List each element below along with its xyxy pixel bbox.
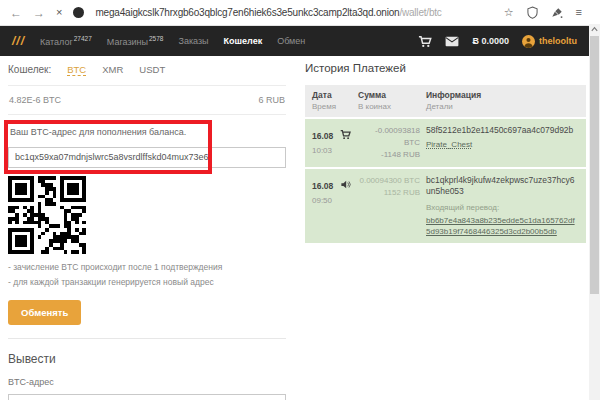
scroll-up-icon[interactable] bbox=[590, 25, 599, 34]
header-date: Дата Время bbox=[312, 90, 358, 111]
username: thelooltu bbox=[539, 36, 577, 46]
tab-xmr[interactable]: XMR bbox=[102, 64, 123, 75]
purchase-cart-icon bbox=[340, 125, 358, 161]
note-new-address: - для каждой транзакции генерируется нов… bbox=[8, 275, 286, 290]
menu-icon[interactable]: ≡ bbox=[576, 7, 582, 18]
cart-icon[interactable] bbox=[418, 35, 432, 48]
section-divider bbox=[8, 338, 286, 339]
site-favicon-icon bbox=[73, 7, 84, 18]
payment-history-panel: История Платежей Дата Время Сумма В коин… bbox=[305, 62, 586, 243]
history-row-purchase[interactable]: 16.08 10:03 -0.00093818 BTC -1148 RUB 58… bbox=[305, 119, 586, 167]
btc-balance[interactable]: Ƀ 0.0000 bbox=[472, 36, 509, 46]
stop-icon[interactable]: × bbox=[56, 7, 62, 18]
nav-item-orders[interactable]: Заказы bbox=[178, 36, 208, 46]
url-domain: mega4aigkcslk7hrxgb6o3qblcg7en6hiek6s3e5… bbox=[95, 7, 399, 18]
history-row-deposit[interactable]: 16.08 09:50 0.00094300 BTC 1152 RUB bc1q… bbox=[305, 169, 586, 243]
url-path: /wallet/btc bbox=[399, 7, 441, 18]
avatar bbox=[522, 35, 535, 48]
market-logo[interactable]: /// bbox=[12, 34, 25, 48]
header-amount: Сумма В коинах bbox=[358, 90, 426, 111]
withdraw-address-input[interactable] bbox=[8, 394, 286, 400]
balance-btc: 4.82E-6 BTC bbox=[9, 95, 61, 105]
bookmark-star-icon[interactable]: ☆ bbox=[504, 7, 514, 18]
tab-usdt[interactable]: USDT bbox=[139, 64, 165, 75]
tab-btc[interactable]: BTC bbox=[67, 64, 86, 76]
withdraw-title: Вывести bbox=[8, 352, 286, 366]
deposit-address-label: Ваш BTC-адрес для пополнения баланса. bbox=[10, 127, 286, 137]
page: ← → × mega4aigkcslk7hrxgb6o3qblcg7en6hie… bbox=[0, 0, 600, 400]
row-date: 16.08 09:50 bbox=[312, 175, 340, 237]
shop-link[interactable]: Pirate_Chest bbox=[426, 139, 472, 150]
wallet-title: Кошелек: bbox=[8, 64, 51, 75]
bitcoin-icon: Ƀ bbox=[472, 36, 479, 46]
catalog-count-badge: 27427 bbox=[74, 35, 92, 42]
deposit-address-input[interactable] bbox=[8, 147, 286, 168]
forward-icon[interactable]: → bbox=[33, 7, 45, 19]
navbar-right: Ƀ 0.0000 thelooltu bbox=[418, 35, 577, 48]
row-date: 16.08 10:03 bbox=[312, 125, 340, 161]
row-amount: -0.00093818 BTC -1148 RUB bbox=[358, 125, 426, 161]
transaction-hash-link[interactable]: bb6b7e4a843a8b235edde5c1da165762df5d93b1… bbox=[426, 215, 579, 237]
messages-envelope-icon[interactable] bbox=[445, 36, 459, 47]
deposit-notes: - зачисление BTC происходит после 1 подт… bbox=[8, 260, 286, 290]
nav-item-wallet[interactable]: Кошелек bbox=[224, 36, 263, 46]
nav-item-shops[interactable]: Магазины2578 bbox=[107, 35, 164, 47]
market-navbar: /// Каталог27427 Магазины2578 Заказы Кош… bbox=[0, 26, 589, 56]
page-scrollbar[interactable] bbox=[589, 24, 600, 400]
wallet-panel: Кошелек: BTC XMR USDT 4.82E-6 BTC 6 RUB … bbox=[8, 60, 286, 400]
balance-row: 4.82E-6 BTC 6 RUB bbox=[8, 86, 286, 115]
note-confirmations: - зачисление BTC происходит после 1 подт… bbox=[8, 260, 286, 275]
back-icon[interactable]: ← bbox=[10, 7, 22, 19]
shield-icon[interactable] bbox=[527, 6, 538, 19]
history-header-row: Дата Время Сумма В коинах Информация Дет… bbox=[305, 85, 586, 117]
header-info: Информация Детали bbox=[426, 90, 579, 111]
row-amount: 0.00094300 BTC 1152 RUB bbox=[358, 175, 426, 237]
deposit-section: Ваш BTC-адрес для пополнения баланса. - … bbox=[8, 127, 286, 325]
scrollbar-thumb[interactable] bbox=[590, 36, 599, 294]
nav-item-catalog[interactable]: Каталог27427 bbox=[40, 35, 92, 47]
deposit-address: bc1qkprl4k9jkufw4zekpwsc7uze37hcy6un5he0… bbox=[426, 175, 579, 197]
address-bar[interactable]: mega4aigkcslk7hrxgb6o3qblcg7en6hiek6s3e5… bbox=[95, 7, 441, 18]
row-info: bc1qkprl4k9jkufw4zekpwsc7uze37hcy6un5he0… bbox=[426, 175, 579, 237]
wallet-tabs: Кошелек: BTC XMR USDT bbox=[8, 60, 286, 86]
row-info: 58f5212e1b2e11450c697aa4c079d92b Pirate_… bbox=[426, 125, 579, 161]
browser-actions: ☆ ≡ bbox=[504, 6, 590, 19]
user-menu[interactable]: thelooltu bbox=[522, 35, 577, 48]
order-hash: 58f5212e1b2e11450c697aa4c079d92b bbox=[426, 125, 579, 136]
transfer-label: Входящий перевод: bbox=[426, 202, 579, 213]
deposit-qr-code bbox=[8, 176, 86, 254]
nav-item-exchange[interactable]: Обмен bbox=[277, 36, 305, 46]
cleaner-broom-icon[interactable] bbox=[551, 7, 563, 19]
balance-rub: 6 RUB bbox=[258, 95, 285, 105]
withdraw-address-label: BTC-адрес bbox=[8, 377, 286, 387]
browser-toolbar: ← → × mega4aigkcslk7hrxgb6o3qblcg7en6hie… bbox=[0, 0, 600, 26]
history-title: История Платежей bbox=[305, 62, 586, 74]
announce-speaker-icon bbox=[340, 175, 358, 237]
exchange-button[interactable]: Обменять bbox=[8, 300, 81, 325]
shops-count-badge: 2578 bbox=[149, 35, 163, 42]
